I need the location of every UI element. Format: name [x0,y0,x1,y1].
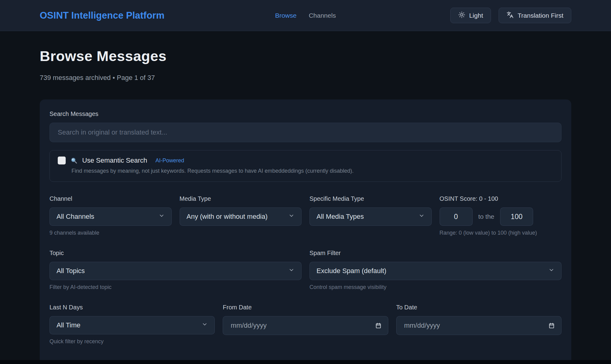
to-date-label: To Date [396,304,562,311]
semantic-search-label: Use Semantic Search [82,157,147,164]
osint-score-max-input[interactable] [500,207,533,226]
nav-link-browse[interactable]: Browse [275,12,297,19]
semantic-search-panel: Use Semantic Search AI-Powered Find mess… [49,150,562,182]
osint-score-separator: to the [478,213,495,220]
spam-filter-select[interactable]: Exclude Spam (default) [309,262,562,280]
media-type-field: Media Type Any (with or without media) [180,195,302,236]
specific-media-type-field: Specific Media Type All Media Types [309,195,432,236]
from-date-input[interactable] [223,316,388,335]
nav-link-channels[interactable]: Channels [309,12,336,19]
topic-select[interactable]: All Topics [49,262,302,280]
filter-row-1: Channel All Channels 9 channels availabl… [49,195,562,236]
brand-logo[interactable]: OSINT Intelligence Platform [40,10,164,21]
search-input[interactable] [49,123,562,142]
last-n-days-hint: Quick filter by recency [49,338,215,345]
channel-select[interactable]: All Channels [49,207,172,226]
channel-hint: 9 channels available [49,230,172,236]
osint-score-label: OSINT Score: 0 - 100 [440,195,562,202]
topic-field: Topic All Topics Filter by AI-detected t… [49,250,302,290]
chevron-down-icon [159,213,165,221]
main-content: Browse Messages 739 messages archived • … [0,48,611,364]
spam-filter-label: Spam Filter [309,250,562,257]
translation-mode-button[interactable]: Translation First [499,8,571,23]
ai-powered-badge: AI-Powered [155,157,184,164]
topic-hint: Filter by AI-detected topic [49,284,302,290]
page-title: Browse Messages [40,48,571,64]
specific-media-type-select[interactable]: All Media Types [309,207,432,226]
last-n-days-field: Last N Days All Time Quick filter by rec… [49,304,215,345]
to-date-field: To Date [396,304,562,345]
chevron-down-icon [288,213,295,221]
translation-mode-label: Translation First [518,12,563,19]
chevron-down-icon [288,267,295,275]
channel-select-value: All Channels [57,213,94,221]
spam-filter-select-value: Exclude Spam (default) [316,267,386,275]
semantic-search-checkbox[interactable] [58,157,66,164]
chevron-down-icon [202,321,208,329]
semantic-search-description: Find messages by meaning, not just keywo… [71,168,553,174]
osint-score-hint: Range: 0 (low value) to 100 (high value) [440,230,562,236]
last-n-days-select[interactable]: All Time [49,316,215,334]
from-date-label: From Date [223,304,388,311]
media-type-select[interactable]: Any (with or without media) [180,207,302,226]
to-date-input[interactable] [396,316,562,335]
spam-filter-field: Spam Filter Exclude Spam (default) Contr… [309,250,562,290]
media-type-select-value: Any (with or without media) [187,213,268,221]
main-nav: Browse Channels [275,12,336,19]
from-date-field: From Date [223,304,388,345]
calendar-icon[interactable] [548,323,555,329]
osint-score-field: OSINT Score: 0 - 100 to the Range: 0 (lo… [440,195,562,236]
search-label: Search Messages [49,110,562,117]
magnifier-icon [70,157,78,164]
topic-label: Topic [49,250,302,257]
last-n-days-label: Last N Days [49,304,215,311]
filter-row-2: Topic All Topics Filter by AI-detected t… [49,250,562,290]
calendar-icon[interactable] [375,323,382,329]
filters-card: Search Messages Use Semantic Search AI-P… [40,99,571,364]
sun-icon [458,11,465,20]
languages-icon [507,11,514,20]
specific-media-type-label: Specific Media Type [309,195,432,202]
media-type-label: Media Type [180,195,302,202]
filter-row-3: Last N Days All Time Quick filter by rec… [49,304,562,345]
topic-select-value: All Topics [57,267,85,275]
theme-toggle-label: Light [469,12,483,19]
channel-label: Channel [49,195,172,202]
last-n-days-select-value: All Time [57,321,80,329]
top-navbar: OSINT Intelligence Platform Browse Chann… [0,0,611,31]
chevron-down-icon [548,267,554,275]
window-bottom-edge [0,360,611,364]
nav-actions: Light Translation First [450,8,571,23]
specific-media-type-select-value: All Media Types [316,213,364,221]
page-subtitle: 739 messages archived • Page 1 of 37 [40,74,571,82]
osint-score-min-input[interactable] [440,207,473,226]
theme-toggle-button[interactable]: Light [450,8,491,23]
chevron-down-icon [419,213,425,221]
spam-filter-hint: Control spam message visibility [309,284,562,290]
channel-field: Channel All Channels 9 channels availabl… [49,195,172,236]
